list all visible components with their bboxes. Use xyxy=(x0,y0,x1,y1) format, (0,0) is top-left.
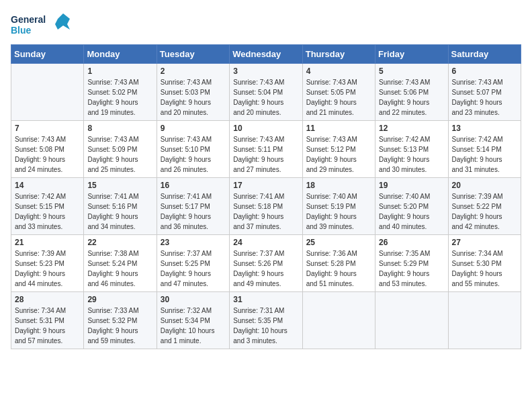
calendar-cell: 15Sunrise: 7:41 AMSunset: 5:16 PMDayligh… xyxy=(84,178,157,235)
day-number: 19 xyxy=(379,181,444,190)
calendar-cell: 29Sunrise: 7:33 AMSunset: 5:32 PMDayligh… xyxy=(84,292,157,349)
day-info: Sunrise: 7:41 AMSunset: 5:17 PMDaylight:… xyxy=(161,191,226,232)
calendar-cell: 5Sunrise: 7:43 AMSunset: 5:06 PMDaylight… xyxy=(375,64,448,121)
day-number: 18 xyxy=(306,181,371,190)
day-info: Sunrise: 7:43 AMSunset: 5:08 PMDaylight:… xyxy=(15,134,80,175)
calendar-cell: 25Sunrise: 7:36 AMSunset: 5:28 PMDayligh… xyxy=(302,235,375,292)
calendar-cell: 7Sunrise: 7:43 AMSunset: 5:08 PMDaylight… xyxy=(11,121,84,178)
day-info: Sunrise: 7:34 AMSunset: 5:30 PMDaylight:… xyxy=(452,248,517,289)
day-number: 1 xyxy=(87,66,152,76)
day-number: 14 xyxy=(15,181,80,190)
day-info: Sunrise: 7:40 AMSunset: 5:19 PMDaylight:… xyxy=(306,191,371,232)
weekday-header-monday: Monday xyxy=(84,45,157,64)
calendar-week-row: 14Sunrise: 7:42 AMSunset: 5:15 PMDayligh… xyxy=(11,178,521,235)
day-number: 16 xyxy=(161,181,226,190)
page-header: General Blue xyxy=(11,11,521,39)
calendar-cell: 26Sunrise: 7:35 AMSunset: 5:29 PMDayligh… xyxy=(375,235,448,292)
day-number: 21 xyxy=(15,238,80,247)
day-info: Sunrise: 7:37 AMSunset: 5:25 PMDaylight:… xyxy=(161,248,226,289)
day-info: Sunrise: 7:43 AMSunset: 5:05 PMDaylight:… xyxy=(306,77,371,118)
calendar-cell: 22Sunrise: 7:38 AMSunset: 5:24 PMDayligh… xyxy=(84,235,157,292)
calendar-cell: 23Sunrise: 7:37 AMSunset: 5:25 PMDayligh… xyxy=(157,235,229,292)
calendar-cell: 10Sunrise: 7:43 AMSunset: 5:11 PMDayligh… xyxy=(230,121,302,178)
weekday-header-thursday: Thursday xyxy=(302,45,375,64)
day-number: 24 xyxy=(233,238,298,247)
calendar-cell: 24Sunrise: 7:37 AMSunset: 5:26 PMDayligh… xyxy=(230,235,302,292)
calendar-cell: 6Sunrise: 7:43 AMSunset: 5:07 PMDaylight… xyxy=(448,64,521,121)
calendar-cell: 14Sunrise: 7:42 AMSunset: 5:15 PMDayligh… xyxy=(11,178,84,235)
day-number: 22 xyxy=(87,238,152,247)
logo-icon: General Blue xyxy=(11,11,71,39)
day-number: 7 xyxy=(15,124,80,133)
day-info: Sunrise: 7:43 AMSunset: 5:02 PMDaylight:… xyxy=(87,77,152,118)
day-info: Sunrise: 7:40 AMSunset: 5:20 PMDaylight:… xyxy=(379,191,444,232)
calendar-cell: 11Sunrise: 7:43 AMSunset: 5:12 PMDayligh… xyxy=(302,121,375,178)
day-info: Sunrise: 7:42 AMSunset: 5:13 PMDaylight:… xyxy=(379,134,444,175)
day-number: 27 xyxy=(452,238,517,247)
weekday-header-row: SundayMondayTuesdayWednesdayThursdayFrid… xyxy=(11,45,521,64)
day-info: Sunrise: 7:43 AMSunset: 5:10 PMDaylight:… xyxy=(161,134,226,175)
day-info: Sunrise: 7:31 AMSunset: 5:35 PMDaylight:… xyxy=(233,306,298,346)
day-number: 12 xyxy=(379,124,444,133)
day-number: 3 xyxy=(233,66,298,76)
weekday-header-tuesday: Tuesday xyxy=(157,45,229,64)
day-number: 9 xyxy=(161,124,226,133)
calendar-week-row: 21Sunrise: 7:39 AMSunset: 5:23 PMDayligh… xyxy=(11,235,521,292)
day-info: Sunrise: 7:34 AMSunset: 5:31 PMDaylight:… xyxy=(15,306,80,346)
calendar-cell: 8Sunrise: 7:43 AMSunset: 5:09 PMDaylight… xyxy=(84,121,157,178)
day-info: Sunrise: 7:42 AMSunset: 5:15 PMDaylight:… xyxy=(15,191,80,232)
day-number: 30 xyxy=(161,295,226,304)
day-number: 28 xyxy=(15,295,80,304)
day-info: Sunrise: 7:32 AMSunset: 5:34 PMDaylight:… xyxy=(161,306,226,346)
day-info: Sunrise: 7:39 AMSunset: 5:22 PMDaylight:… xyxy=(452,191,517,232)
calendar-cell xyxy=(375,292,448,349)
day-number: 4 xyxy=(306,66,371,76)
day-info: Sunrise: 7:43 AMSunset: 5:04 PMDaylight:… xyxy=(233,77,298,118)
day-info: Sunrise: 7:35 AMSunset: 5:29 PMDaylight:… xyxy=(379,248,444,289)
day-number: 23 xyxy=(161,238,226,247)
logo: General Blue xyxy=(11,11,71,39)
day-info: Sunrise: 7:43 AMSunset: 5:06 PMDaylight:… xyxy=(379,77,444,118)
calendar-cell: 3Sunrise: 7:43 AMSunset: 5:04 PMDaylight… xyxy=(230,64,302,121)
calendar-cell: 9Sunrise: 7:43 AMSunset: 5:10 PMDaylight… xyxy=(157,121,229,178)
svg-text:Blue: Blue xyxy=(11,25,32,36)
day-number: 11 xyxy=(306,124,371,133)
calendar-cell: 12Sunrise: 7:42 AMSunset: 5:13 PMDayligh… xyxy=(375,121,448,178)
day-info: Sunrise: 7:38 AMSunset: 5:24 PMDaylight:… xyxy=(87,248,152,289)
calendar-cell: 2Sunrise: 7:43 AMSunset: 5:03 PMDaylight… xyxy=(157,64,229,121)
weekday-header-sunday: Sunday xyxy=(11,45,84,64)
day-info: Sunrise: 7:41 AMSunset: 5:18 PMDaylight:… xyxy=(233,191,298,232)
calendar-cell: 1Sunrise: 7:43 AMSunset: 5:02 PMDaylight… xyxy=(84,64,157,121)
day-number: 2 xyxy=(161,66,226,76)
svg-text:General: General xyxy=(11,14,46,25)
day-number: 31 xyxy=(233,295,298,304)
calendar-cell: 4Sunrise: 7:43 AMSunset: 5:05 PMDaylight… xyxy=(302,64,375,121)
weekday-header-wednesday: Wednesday xyxy=(230,45,302,64)
day-number: 8 xyxy=(87,124,152,133)
day-number: 17 xyxy=(233,181,298,190)
calendar-cell: 27Sunrise: 7:34 AMSunset: 5:30 PMDayligh… xyxy=(448,235,521,292)
calendar-cell: 17Sunrise: 7:41 AMSunset: 5:18 PMDayligh… xyxy=(230,178,302,235)
calendar-cell: 21Sunrise: 7:39 AMSunset: 5:23 PMDayligh… xyxy=(11,235,84,292)
calendar-week-row: 1Sunrise: 7:43 AMSunset: 5:02 PMDaylight… xyxy=(11,64,521,121)
day-number: 15 xyxy=(87,181,152,190)
day-info: Sunrise: 7:41 AMSunset: 5:16 PMDaylight:… xyxy=(87,191,152,232)
calendar-cell: 18Sunrise: 7:40 AMSunset: 5:19 PMDayligh… xyxy=(302,178,375,235)
day-info: Sunrise: 7:43 AMSunset: 5:03 PMDaylight:… xyxy=(161,77,226,118)
calendar-cell xyxy=(448,292,521,349)
calendar-cell: 13Sunrise: 7:42 AMSunset: 5:14 PMDayligh… xyxy=(448,121,521,178)
calendar-cell xyxy=(302,292,375,349)
calendar-week-row: 7Sunrise: 7:43 AMSunset: 5:08 PMDaylight… xyxy=(11,121,521,178)
calendar-cell: 16Sunrise: 7:41 AMSunset: 5:17 PMDayligh… xyxy=(157,178,229,235)
day-info: Sunrise: 7:37 AMSunset: 5:26 PMDaylight:… xyxy=(233,248,298,289)
day-info: Sunrise: 7:43 AMSunset: 5:07 PMDaylight:… xyxy=(452,77,517,118)
calendar-cell: 28Sunrise: 7:34 AMSunset: 5:31 PMDayligh… xyxy=(11,292,84,349)
day-info: Sunrise: 7:39 AMSunset: 5:23 PMDaylight:… xyxy=(15,248,80,289)
calendar-table: SundayMondayTuesdayWednesdayThursdayFrid… xyxy=(11,44,521,349)
weekday-header-saturday: Saturday xyxy=(448,45,521,64)
day-number: 10 xyxy=(233,124,298,133)
weekday-header-friday: Friday xyxy=(375,45,448,64)
calendar-cell: 31Sunrise: 7:31 AMSunset: 5:35 PMDayligh… xyxy=(230,292,302,349)
day-number: 29 xyxy=(87,295,152,304)
calendar-cell: 19Sunrise: 7:40 AMSunset: 5:20 PMDayligh… xyxy=(375,178,448,235)
